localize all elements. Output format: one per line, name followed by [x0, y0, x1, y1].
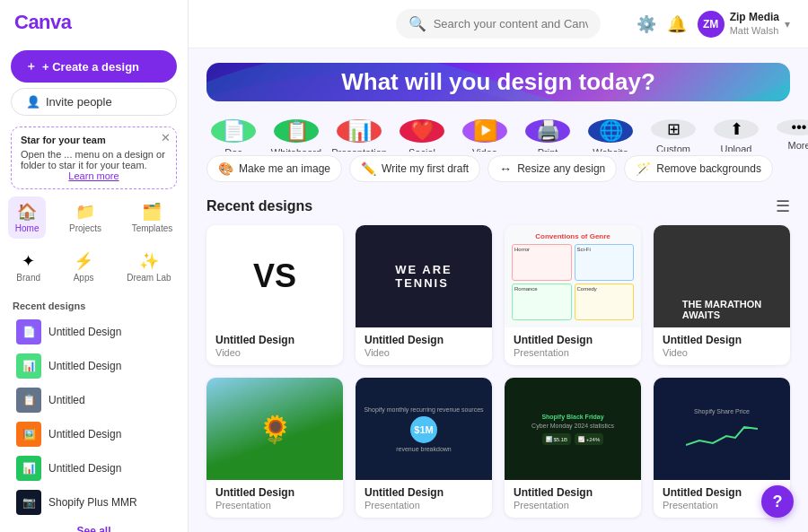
card-title-6: Untitled Design — [364, 486, 483, 499]
templates-icon: 🗂️ — [142, 202, 162, 222]
sidebar-item-apps[interactable]: ⚡ Apps — [66, 246, 101, 288]
dreamlab-label: Dream Lab — [127, 273, 171, 283]
recent-item-6[interactable]: 📷 Shopify Plus MMR — [4, 485, 184, 519]
website-icon: 🌐 — [588, 119, 633, 143]
resize-pill-label: Resize any design — [517, 162, 605, 175]
design-type-custom[interactable]: ⊞ Custom size — [646, 119, 700, 144]
card-type-4: Video — [663, 347, 781, 358]
ai-pill-image[interactable]: 🎨 Make me an image — [206, 155, 342, 182]
search-bar[interactable]: 🔍 — [396, 9, 602, 39]
custom-size-icon: ⊞ — [651, 119, 696, 139]
print-icon: 🖨️ — [525, 119, 570, 143]
sidebar-item-dreamlab[interactable]: ✨ Dream Lab — [119, 246, 178, 288]
design-card-1[interactable]: VS Untitled Design Video — [206, 225, 343, 365]
image-pill-icon: 🎨 — [218, 161, 233, 176]
shopify-bf-thumb: Shopify Black Friday Cyber Monday 2024 s… — [505, 378, 641, 480]
recent-thumb-6: 📷 — [16, 490, 41, 515]
invite-people-button[interactable]: 👤 Invite people — [11, 88, 177, 116]
close-tooltip-button[interactable]: ✕ — [161, 131, 171, 144]
search-input[interactable] — [434, 17, 589, 31]
design-thumb-3: Conventions of Genre Horror Sci-Fi Roman… — [505, 225, 641, 327]
sidebar-logo[interactable]: Canva — [0, 0, 188, 41]
avatar: ZM — [698, 11, 725, 38]
apps-label: Apps — [74, 273, 94, 283]
sidebar-item-projects[interactable]: 📁 Projects — [62, 196, 109, 239]
doc-icon: 📄 — [211, 119, 256, 143]
recent-thumb-4: 🖼️ — [16, 422, 41, 447]
design-card-5[interactable]: 🌻 Untitled Design Presentation — [206, 378, 343, 518]
more-label: More — [787, 140, 808, 151]
notifications-button[interactable]: 🔔 — [667, 14, 687, 34]
upload-label: Upload — [721, 144, 752, 152]
design-type-website[interactable]: 🌐 Website — [584, 119, 637, 144]
custom-label: Custom size — [646, 144, 700, 152]
design-type-doc[interactable]: 📄 Doc — [206, 119, 260, 144]
genre-thumb: Conventions of Genre Horror Sci-Fi Roman… — [505, 225, 641, 327]
help-button[interactable]: ? — [761, 485, 794, 518]
sidebar-item-home[interactable]: 🏠 Home — [8, 196, 47, 239]
sidebar-item-templates[interactable]: 🗂️ Templates — [125, 196, 180, 239]
learn-more-link[interactable]: Learn more — [21, 170, 167, 181]
sunflower-thumb: 🌻 — [206, 378, 343, 480]
shopify-price-thumb: Shopify Share Price — [654, 378, 790, 480]
design-card-7[interactable]: Shopify Black Friday Cyber Monday 2024 s… — [505, 378, 641, 518]
create-label: + Create a design — [42, 60, 139, 74]
design-card-3[interactable]: Conventions of Genre Horror Sci-Fi Roman… — [505, 225, 641, 365]
vs-thumb: VS — [206, 225, 343, 327]
hero-title: What will you design today? — [341, 68, 655, 96]
design-type-print[interactable]: 🖨️ Print — [521, 119, 575, 144]
design-card-2[interactable]: We AreTennis Untitled Design Video — [356, 225, 492, 365]
design-thumb-8: Shopify Share Price — [654, 378, 790, 480]
card-type-5: Presentation — [215, 500, 334, 510]
recent-item-4[interactable]: 🖼️ Untitled Design — [4, 417, 184, 451]
user-avatar-area[interactable]: ZM Zip Media Matt Walsh ▾ — [698, 11, 790, 38]
presentation-icon: 📊 — [337, 119, 382, 143]
design-type-upload[interactable]: ⬆ Upload — [709, 119, 763, 144]
ai-pill-bg[interactable]: 🪄 Remove backgrounds — [624, 155, 773, 182]
recent-designs-header: Recent designs ☰ — [189, 189, 808, 225]
shopify-blue-thumb: Shopify monthly recurring revenue source… — [356, 378, 492, 480]
home-icon: 🏠 — [17, 202, 37, 222]
settings-button[interactable]: ⚙️ — [637, 14, 656, 34]
design-thumb-4: THE MARATHONAWAITS — [654, 225, 790, 327]
see-all-link[interactable]: See all — [0, 519, 188, 532]
design-type-video[interactable]: ▶️ Video — [458, 119, 512, 144]
design-type-more[interactable]: ••• More — [772, 119, 808, 144]
home-label: Home — [15, 223, 40, 233]
projects-icon: 📁 — [75, 202, 95, 222]
tooltip-body: Open the ... menu on a design or folder … — [21, 149, 167, 181]
recent-item-2[interactable]: 📊 Untitled Design — [4, 349, 184, 383]
video-icon: ▶️ — [462, 119, 507, 143]
star-tooltip: ✕ Star for your team Open the ... menu o… — [11, 126, 177, 189]
recent-title-1: Untitled Design — [48, 326, 121, 338]
ai-pill-resize[interactable]: ↔️ Resize any design — [487, 155, 617, 182]
person-icon: 👤 — [26, 95, 40, 109]
recent-thumb-3: 📋 — [16, 388, 41, 413]
social-icon: ❤️ — [400, 119, 444, 143]
design-card-4[interactable]: THE MARATHONAWAITS Untitled Design Video — [654, 225, 790, 365]
canva-logo: Canva — [14, 11, 72, 34]
design-card-6[interactable]: Shopify monthly recurring revenue source… — [356, 378, 492, 518]
recent-item-3[interactable]: 📋 Untitled — [4, 383, 184, 417]
templates-label: Templates — [132, 223, 173, 233]
user-sub: Matt Walsh — [730, 24, 779, 37]
recent-item-5[interactable]: 📊 Untitled Design — [4, 451, 184, 485]
user-name: Zip Media — [730, 11, 779, 25]
design-thumb-1: VS — [206, 225, 343, 327]
recent-item-1[interactable]: 📄 Untitled Design — [4, 315, 184, 349]
view-toggle-button[interactable]: ☰ — [776, 196, 790, 216]
invite-label: Invite people — [46, 95, 112, 109]
design-type-whiteboard[interactable]: 📋 Whiteboard — [269, 119, 323, 144]
card-type-2: Video — [364, 347, 483, 358]
sidebar-item-brand[interactable]: ✦ Brand — [9, 246, 48, 288]
hero-banner: What will you design today? — [206, 63, 790, 101]
ai-pill-draft[interactable]: ✏️ Write my first draft — [349, 155, 480, 182]
image-pill-label: Make me an image — [239, 162, 330, 175]
create-design-button[interactable]: ＋ + Create a design — [11, 50, 177, 83]
whiteboard-icon: 📋 — [274, 119, 319, 143]
design-type-social[interactable]: ❤️ Social media — [395, 119, 449, 144]
sidebar-nav: 🏠 Home 📁 Projects 🗂️ Templates — [0, 193, 188, 242]
design-type-presentation[interactable]: 📊 Presentation — [332, 119, 386, 144]
design-thumb-7: Shopify Black Friday Cyber Monday 2024 s… — [505, 378, 641, 480]
bg-pill-icon: 🪄 — [636, 161, 651, 176]
